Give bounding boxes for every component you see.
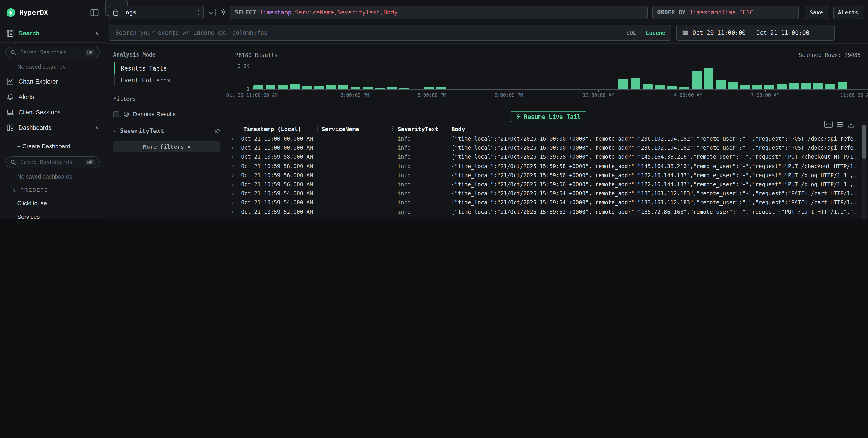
column-resize-handle[interactable] — [392, 126, 393, 132]
histogram-bar[interactable] — [643, 84, 653, 90]
row-expand-chevron-icon[interactable]: › — [228, 136, 237, 142]
log-row[interactable]: ›Oct 21 10:59:56.000 AMinfo{"time_local"… — [228, 171, 859, 180]
log-row[interactable]: ›Oct 21 10:59:56.000 AMinfo{"time_local"… — [228, 180, 859, 189]
saved-dashboards-field[interactable] — [20, 159, 85, 166]
presets-toggle[interactable]: ∨ PRESETS — [0, 183, 105, 196]
histogram-bar[interactable] — [314, 86, 324, 90]
row-expand-chevron-icon[interactable]: › — [228, 200, 237, 206]
histogram-bar[interactable] — [327, 85, 336, 90]
log-row[interactable]: ›Oct 21 10:59:58.000 AMinfo{"time_local"… — [228, 162, 859, 171]
chevron-right-icon[interactable]: › — [113, 128, 116, 134]
sidebar-item-dashboards[interactable]: Dashboards ∧ — [0, 120, 105, 135]
histogram-bar[interactable] — [777, 84, 786, 90]
log-row[interactable]: ›Oct 21 10:59:52.000 AMinfo{"time_local"… — [228, 207, 859, 216]
column-resize-handle[interactable] — [317, 126, 317, 132]
log-row[interactable]: ›Oct 21 11:00:00.000 AMinfo{"time_local"… — [228, 143, 859, 152]
column-header-timestamp[interactable]: Timestamp (Local) — [237, 126, 319, 132]
pin-icon[interactable] — [214, 128, 220, 134]
histogram-bar[interactable] — [728, 82, 738, 90]
histogram-bar[interactable] — [399, 88, 409, 90]
log-row[interactable]: ›Oct 21 10:59:52.000 AMinfo{"time_local"… — [228, 216, 859, 219]
row-expand-chevron-icon[interactable]: › — [228, 154, 237, 160]
denoise-results-toggle[interactable]: Denoise Results — [105, 108, 228, 119]
saved-searches-field[interactable] — [20, 49, 85, 56]
source-settings-gear-icon[interactable] — [219, 8, 227, 16]
histogram-bar[interactable] — [655, 86, 665, 90]
histogram-bar[interactable] — [765, 85, 774, 90]
histogram-bar[interactable] — [801, 82, 811, 90]
histogram-bar[interactable] — [339, 85, 348, 90]
create-dashboard-button[interactable]: + Create Dashboard — [0, 139, 105, 153]
log-row[interactable]: ›Oct 21 10:59:54.000 AMinfo{"time_local"… — [228, 198, 859, 207]
sidebar-item-alerts[interactable]: Alerts — [0, 89, 105, 104]
chevron-up-icon[interactable]: ∧ — [95, 30, 99, 36]
histogram-bar[interactable] — [704, 68, 714, 90]
log-row[interactable]: ›Oct 21 11:00:00.000 AMinfo{"time_local"… — [228, 134, 859, 143]
row-expand-chevron-icon[interactable]: › — [228, 145, 237, 151]
histogram-bar[interactable] — [752, 85, 762, 90]
save-button[interactable]: Save — [805, 6, 828, 19]
more-filters-button[interactable]: More filters ∨ — [113, 141, 220, 152]
column-header-servicename[interactable]: ServiceName — [319, 126, 395, 132]
source-select[interactable]: Logs ∧∨ — [108, 6, 204, 19]
histogram-bar[interactable] — [290, 84, 300, 90]
histogram-bar[interactable] — [436, 87, 446, 90]
denoise-checkbox[interactable] — [113, 111, 119, 117]
alerts-button[interactable]: Alerts — [833, 6, 863, 19]
scrollbar-thumb[interactable] — [862, 125, 866, 159]
facet-severitytext[interactable]: › SeverityText — [105, 125, 228, 136]
histogram-bar[interactable] — [837, 82, 847, 90]
histogram-bar[interactable] — [363, 87, 373, 90]
language-sql-option[interactable]: SQL — [626, 30, 636, 36]
histogram-bar[interactable] — [813, 83, 823, 90]
histogram-bar[interactable] — [630, 78, 641, 90]
preset-item-services[interactable]: Services — [0, 210, 105, 219]
log-row[interactable]: ›Oct 21 10:59:58.000 AMinfo{"time_local"… — [228, 153, 859, 162]
resume-live-tail-button[interactable]: Resume Live Tail — [510, 111, 586, 123]
row-expand-chevron-icon[interactable]: › — [228, 190, 237, 197]
table-scrollbar[interactable] — [862, 124, 866, 219]
search-events-input[interactable]: SQL | Lucene — [108, 25, 671, 41]
wrap-lines-icon[interactable] — [837, 121, 844, 128]
row-expand-chevron-icon[interactable]: › — [228, 181, 237, 188]
log-row[interactable]: ›Oct 21 10:59:54.000 AMinfo{"time_local"… — [228, 189, 859, 198]
mode-results-table[interactable]: Results Table — [114, 62, 228, 74]
histogram-bar[interactable] — [667, 86, 677, 90]
histogram-bar[interactable] — [302, 86, 312, 90]
preset-item-clickhouse[interactable]: ClickHouse — [0, 196, 105, 210]
histogram-bar[interactable] — [266, 85, 276, 90]
mode-event-patterns[interactable]: Event Patterns — [114, 74, 228, 86]
chevron-up-icon[interactable]: ∧ — [95, 125, 99, 130]
sidebar-item-chart-explorer[interactable]: Chart Explorer — [0, 74, 105, 89]
column-header-severitytext[interactable]: SeverityText — [395, 126, 449, 132]
row-expand-chevron-icon[interactable]: › — [228, 218, 237, 219]
select-clause-input[interactable]: SELECT Timestamp,ServiceName,SeverityTex… — [230, 6, 648, 19]
row-expand-chevron-icon[interactable]: › — [228, 172, 237, 178]
histogram-bar[interactable] — [679, 87, 689, 90]
column-header-body[interactable]: Body — [449, 126, 859, 132]
sidebar-item-client-sessions[interactable]: Client Sessions — [0, 104, 105, 120]
histogram-bar[interactable] — [716, 80, 726, 90]
saved-searches-input[interactable]: ⌘K — [5, 46, 99, 58]
histogram-bar[interactable] — [387, 87, 397, 90]
row-expand-chevron-icon[interactable]: › — [228, 163, 237, 169]
collapse-sidebar-icon[interactable] — [90, 9, 99, 16]
histogram-bar[interactable] — [789, 83, 799, 90]
histogram-bar[interactable] — [825, 84, 835, 90]
histogram-bar[interactable] — [618, 79, 628, 90]
histogram-bar[interactable] — [278, 85, 288, 90]
histogram-bar[interactable] — [424, 88, 434, 90]
view-source-code-icon[interactable]: <> — [824, 121, 833, 128]
search-events-field[interactable] — [115, 29, 626, 37]
date-range-picker[interactable]: Oct 20 11:00:00 - Oct 21 11:00:00 — [676, 25, 835, 41]
histogram-bar[interactable] — [253, 86, 263, 90]
saved-dashboards-input[interactable]: ⌘K — [5, 157, 99, 168]
histogram-bar[interactable] — [691, 71, 701, 90]
sidebar-item-search[interactable]: Search ∧ — [0, 25, 105, 41]
histogram-bar[interactable] — [351, 87, 361, 90]
sql-editor-toggle-button[interactable]: <> — [207, 9, 216, 16]
language-lucene-option[interactable]: Lucene — [646, 30, 665, 36]
row-expand-chevron-icon[interactable]: › — [228, 209, 237, 215]
histogram-bar[interactable] — [740, 85, 750, 90]
download-icon[interactable] — [848, 121, 855, 128]
